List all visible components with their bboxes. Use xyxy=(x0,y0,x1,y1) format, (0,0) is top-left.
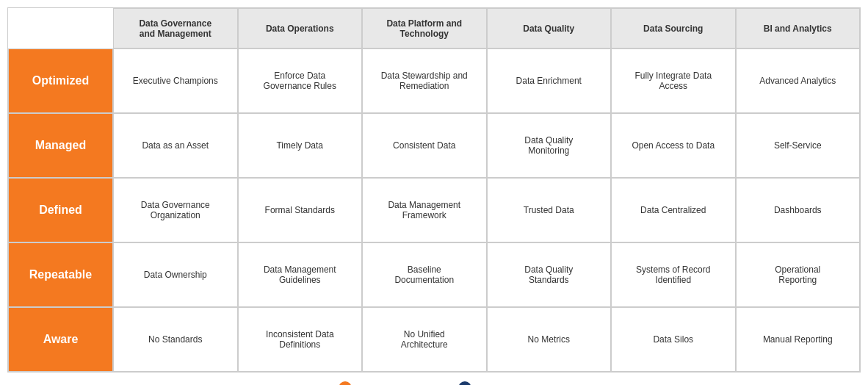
cell-3-4: Systems of RecordIdentified xyxy=(611,242,736,307)
cell-0-5: Advanced Analytics xyxy=(736,48,861,113)
cell-4-1: Inconsistent DataDefinitions xyxy=(238,307,363,372)
data-rows-container: OptimizedExecutive ChampionsEnforce Data… xyxy=(8,48,860,372)
future-state-dot xyxy=(458,381,471,385)
cell-2-4: Data Centralized xyxy=(611,178,736,242)
header-row: Data Governanceand ManagementData Operat… xyxy=(8,8,860,48)
cell-1-2: Consistent Data xyxy=(362,113,487,178)
header-col-4: Data Sourcing xyxy=(611,8,736,48)
current-state-dot xyxy=(339,381,352,385)
header-col-1: Data Operations xyxy=(238,8,363,48)
row-aware: AwareNo StandardsInconsistent DataDefini… xyxy=(8,307,860,372)
header-col-5: BI and Analytics xyxy=(736,8,861,48)
row-label-0: Optimized xyxy=(8,48,113,113)
cell-0-0: Executive Champions xyxy=(113,48,238,113)
cell-4-0: No Standards xyxy=(113,307,238,372)
cell-0-1: Enforce DataGovernance Rules xyxy=(238,48,363,113)
row-defined: DefinedData GovernanceOrganizationFormal… xyxy=(8,178,860,242)
cell-2-1: Formal Standards xyxy=(238,178,363,242)
header-col-0: Data Governanceand Management xyxy=(113,8,238,48)
cell-3-2: BaselineDocumentation xyxy=(362,242,487,307)
future-state-label: Future State xyxy=(477,383,530,386)
header-empty xyxy=(8,8,113,48)
cell-3-0: Data Ownership xyxy=(113,242,238,307)
cell-0-3: Data Enrichment xyxy=(487,48,612,113)
header-col-2: Data Platform andTechnology xyxy=(362,8,487,48)
row-label-4: Aware xyxy=(8,307,113,372)
cell-1-0: Data as an Asset xyxy=(113,113,238,178)
row-repeatable: RepeatableData OwnershipData ManagementG… xyxy=(8,242,860,307)
cell-1-4: Open Access to Data xyxy=(611,113,736,178)
maturity-grid: Data Governanceand ManagementData Operat… xyxy=(7,7,861,373)
current-state-legend: Current State xyxy=(339,381,414,385)
main-container: Data Governanceand ManagementData Operat… xyxy=(0,0,868,385)
cell-4-3: No Metrics xyxy=(487,307,612,372)
cell-1-1: Timely Data xyxy=(238,113,363,178)
future-state-legend: Future State xyxy=(458,381,530,385)
cell-0-4: Fully Integrate DataAccess xyxy=(611,48,736,113)
row-optimized: OptimizedExecutive ChampionsEnforce Data… xyxy=(8,48,860,113)
cell-0-2: Data Stewardship andRemediation xyxy=(362,48,487,113)
cell-4-4: Data Silos xyxy=(611,307,736,372)
row-label-1: Managed xyxy=(8,113,113,178)
row-label-2: Defined xyxy=(8,178,113,242)
current-state-label: Current State xyxy=(358,383,414,386)
cell-1-5: Self-Service xyxy=(736,113,861,178)
legend: Current State Future State xyxy=(7,373,861,385)
row-label-3: Repeatable xyxy=(8,242,113,307)
cell-3-5: OperationalReporting xyxy=(736,242,861,307)
cell-4-5: Manual Reporting xyxy=(736,307,861,372)
cell-3-3: Data QualityStandards xyxy=(487,242,612,307)
row-managed: ManagedData as an AssetTimely DataConsis… xyxy=(8,113,860,178)
header-col-3: Data Quality xyxy=(487,8,612,48)
grid-wrapper: Data Governanceand ManagementData Operat… xyxy=(7,7,861,373)
cell-2-2: Data ManagementFramework xyxy=(362,178,487,242)
cell-1-3: Data QualityMonitoring xyxy=(487,113,612,178)
cell-4-2: No UnifiedArchitecture xyxy=(362,307,487,372)
cell-2-3: Trusted Data xyxy=(487,178,612,242)
cell-2-5: Dashboards xyxy=(736,178,861,242)
cell-3-1: Data ManagementGuidelines xyxy=(238,242,363,307)
cell-2-0: Data GovernanceOrganization xyxy=(113,178,238,242)
